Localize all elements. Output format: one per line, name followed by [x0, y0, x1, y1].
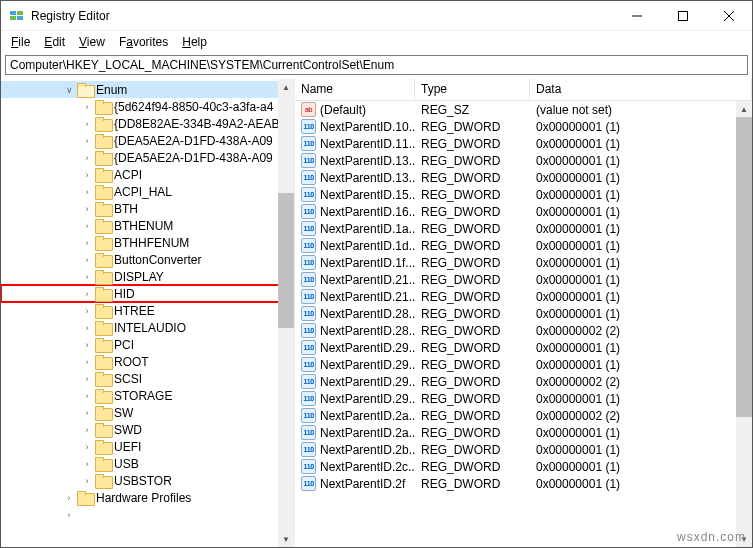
value-row[interactable]: 110NextParentID.2c...REG_DWORD0x00000001… [295, 458, 752, 475]
tree-item[interactable]: › [1, 506, 294, 523]
chevron-right-icon[interactable]: › [81, 408, 93, 418]
value-row[interactable]: 110NextParentID.29...REG_DWORD0x00000001… [295, 356, 752, 373]
value-row[interactable]: 110NextParentID.2b...REG_DWORD0x00000001… [295, 441, 752, 458]
maximize-button[interactable] [660, 1, 706, 31]
value-name: NextParentID.1f... [320, 256, 415, 270]
chevron-right-icon[interactable]: › [81, 102, 93, 112]
chevron-right-icon[interactable]: › [81, 323, 93, 333]
menu-edit[interactable]: Edit [38, 33, 71, 51]
tree-item[interactable]: ›INTELAUDIO [1, 319, 294, 336]
chevron-right-icon[interactable]: › [81, 340, 93, 350]
tree-item[interactable]: ›HTREE [1, 302, 294, 319]
menu-view[interactable]: View [73, 33, 111, 51]
tree-item[interactable]: ›{DEA5AE2A-D1FD-438A-A09 [1, 132, 294, 149]
chevron-right-icon[interactable]: › [63, 493, 75, 503]
tree-item[interactable]: ›USBSTOR [1, 472, 294, 489]
chevron-right-icon[interactable]: › [81, 289, 93, 299]
chevron-right-icon[interactable]: › [81, 272, 93, 282]
value-row[interactable]: 110NextParentID.1a...REG_DWORD0x00000001… [295, 220, 752, 237]
value-row[interactable]: 110NextParentID.28...REG_DWORD0x00000001… [295, 305, 752, 322]
chevron-right-icon[interactable]: › [81, 204, 93, 214]
chevron-right-icon[interactable]: › [81, 187, 93, 197]
scroll-thumb[interactable] [278, 193, 294, 328]
scroll-up-icon[interactable]: ▲ [278, 79, 294, 95]
tree-item[interactable]: ›BTHENUM [1, 217, 294, 234]
chevron-right-icon[interactable]: › [81, 357, 93, 367]
tree-item[interactable]: ›PCI [1, 336, 294, 353]
value-row[interactable]: ab(Default)REG_SZ(value not set) [295, 101, 752, 118]
tree-item[interactable]: ›SW [1, 404, 294, 421]
scroll-up-icon[interactable]: ▲ [736, 101, 752, 117]
value-row[interactable]: 110NextParentID.29...REG_DWORD0x00000001… [295, 390, 752, 407]
tree-scrollbar[interactable]: ▲ ▼ [278, 79, 294, 547]
value-row[interactable]: 110NextParentID.11...REG_DWORD0x00000001… [295, 135, 752, 152]
value-row[interactable]: 110NextParentID.10...REG_DWORD0x00000001… [295, 118, 752, 135]
minimize-button[interactable] [614, 1, 660, 31]
tree-item[interactable]: ›ROOT [1, 353, 294, 370]
value-row[interactable]: 110NextParentID.1d...REG_DWORD0x00000001… [295, 237, 752, 254]
close-button[interactable] [706, 1, 752, 31]
tree-item[interactable]: ›Hardware Profiles [1, 489, 294, 506]
chevron-right-icon[interactable]: › [81, 459, 93, 469]
scroll-thumb[interactable] [736, 117, 752, 417]
list-scrollbar[interactable]: ▲ ▼ [736, 101, 752, 547]
value-row[interactable]: 110NextParentID.29...REG_DWORD0x00000002… [295, 373, 752, 390]
chevron-right-icon[interactable]: › [81, 425, 93, 435]
value-row[interactable]: 110NextParentID.1f...REG_DWORD0x00000001… [295, 254, 752, 271]
chevron-right-icon[interactable]: › [81, 136, 93, 146]
value-row[interactable]: 110NextParentID.29...REG_DWORD0x00000001… [295, 339, 752, 356]
tree-item[interactable]: ›HID [1, 285, 294, 302]
menu-favorites[interactable]: Favorites [113, 33, 174, 51]
chevron-right-icon[interactable]: › [81, 119, 93, 129]
value-row[interactable]: 110NextParentID.2a...REG_DWORD0x00000002… [295, 407, 752, 424]
column-type[interactable]: Type [415, 79, 530, 100]
chevron-down-icon[interactable]: ∨ [63, 85, 75, 95]
tree-item[interactable]: ›SCSI [1, 370, 294, 387]
tree-item[interactable]: ›{DD8E82AE-334B-49A2-AEAB [1, 115, 294, 132]
tree-item[interactable]: ›DISPLAY [1, 268, 294, 285]
tree-item[interactable]: ›{5d624f94-8850-40c3-a3fa-a4 [1, 98, 294, 115]
chevron-right-icon[interactable]: › [81, 221, 93, 231]
tree-item[interactable]: ›BTH [1, 200, 294, 217]
value-row[interactable]: 110NextParentID.21...REG_DWORD0x00000001… [295, 271, 752, 288]
tree-item[interactable]: ›ACPI_HAL [1, 183, 294, 200]
value-row[interactable]: 110NextParentID.15...REG_DWORD0x00000001… [295, 186, 752, 203]
chevron-right-icon[interactable]: › [81, 306, 93, 316]
tree-label: SWD [114, 423, 142, 437]
menu-file[interactable]: File [5, 33, 36, 51]
chevron-right-icon[interactable]: › [81, 170, 93, 180]
address-bar[interactable]: Computer\HKEY_LOCAL_MACHINE\SYSTEM\Curre… [5, 55, 748, 75]
value-row[interactable]: 110NextParentID.28...REG_DWORD0x00000002… [295, 322, 752, 339]
chevron-right-icon[interactable]: › [63, 510, 75, 520]
value-data: 0x00000001 (1) [530, 205, 752, 219]
value-row[interactable]: 110NextParentID.2fREG_DWORD0x00000001 (1… [295, 475, 752, 492]
value-row[interactable]: 110NextParentID.21...REG_DWORD0x00000001… [295, 288, 752, 305]
chevron-right-icon[interactable]: › [81, 238, 93, 248]
menu-help[interactable]: Help [176, 33, 213, 51]
tree-label: BTHENUM [114, 219, 173, 233]
value-row[interactable]: 110NextParentID.16...REG_DWORD0x00000001… [295, 203, 752, 220]
value-row[interactable]: 110NextParentID.13...REG_DWORD0x00000001… [295, 169, 752, 186]
tree-item[interactable]: ›{DEA5AE2A-D1FD-438A-A09 [1, 149, 294, 166]
column-data[interactable]: Data [530, 79, 752, 100]
tree-item[interactable]: ›USB [1, 455, 294, 472]
chevron-right-icon[interactable]: › [81, 374, 93, 384]
tree-item[interactable]: ›ACPI [1, 166, 294, 183]
tree-item[interactable]: ›UEFI [1, 438, 294, 455]
tree-item-enum[interactable]: ∨Enum [1, 81, 294, 98]
chevron-right-icon[interactable]: › [81, 442, 93, 452]
chevron-right-icon[interactable]: › [81, 476, 93, 486]
dword-value-icon: 110 [301, 187, 316, 202]
tree-item[interactable]: ›ButtonConverter [1, 251, 294, 268]
column-name[interactable]: Name [295, 79, 415, 100]
value-row[interactable]: 110NextParentID.2a...REG_DWORD0x00000001… [295, 424, 752, 441]
dword-value-icon: 110 [301, 221, 316, 236]
chevron-right-icon[interactable]: › [81, 255, 93, 265]
value-row[interactable]: 110NextParentID.13...REG_DWORD0x00000001… [295, 152, 752, 169]
scroll-down-icon[interactable]: ▼ [278, 531, 294, 547]
tree-item[interactable]: ›SWD [1, 421, 294, 438]
chevron-right-icon[interactable]: › [81, 391, 93, 401]
tree-item[interactable]: ›STORAGE [1, 387, 294, 404]
chevron-right-icon[interactable]: › [81, 153, 93, 163]
tree-item[interactable]: ›BTHHFENUM [1, 234, 294, 251]
